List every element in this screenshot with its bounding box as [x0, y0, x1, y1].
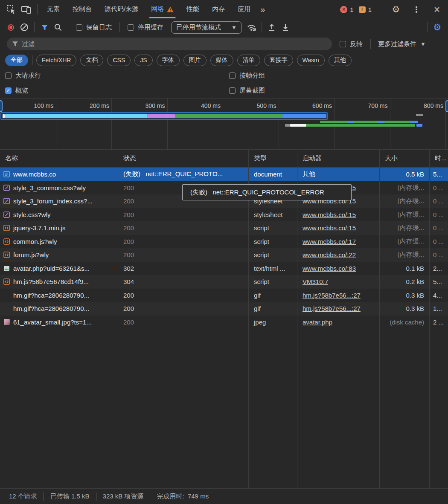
- network-settings-gear-icon[interactable]: ⚙: [431, 21, 444, 34]
- initiator-link[interactable]: hm.js?58b7e56...:27: [303, 305, 361, 312]
- device-toolbar-icon[interactable]: [19, 2, 34, 17]
- tab-elements[interactable]: 元素: [41, 0, 66, 18]
- timeline-gridline: [111, 98, 112, 149]
- more-tabs-icon[interactable]: »: [257, 5, 268, 14]
- type-cell: stylesheet: [249, 208, 297, 222]
- filter-input[interactable]: 过滤: [7, 38, 332, 50]
- status-cell: 200: [118, 316, 249, 329]
- filter-chip-all[interactable]: 全部: [5, 55, 28, 66]
- column-header-status[interactable]: 状态: [118, 150, 249, 167]
- network-statusbar: 12 个请求已传输 1.5 kB323 kB 项资源完成用时: 749 ms: [0, 488, 448, 504]
- inspect-element-icon[interactable]: [3, 2, 19, 17]
- invert-checkbox[interactable]: 反转: [340, 40, 363, 48]
- table-row[interactable]: www.mcbbs.co(失败) net::ERR_QUIC_PROTO...d…: [0, 168, 448, 181]
- initiator-link[interactable]: www.mcbbs.co/:15: [303, 224, 356, 232]
- record-button[interactable]: [4, 21, 17, 34]
- initiator-link[interactable]: hm.js?58b7e56...:27: [303, 292, 361, 299]
- filter-chip-doc[interactable]: 文档: [80, 55, 103, 66]
- more-filters-dropdown[interactable]: 更多过滤条件 ▼: [374, 40, 430, 48]
- big-request-rows-checkbox[interactable]: 大请求行: [5, 68, 229, 83]
- screenshots-checkbox[interactable]: 屏幕截图: [229, 83, 443, 98]
- filter-chip-js[interactable]: JS: [134, 55, 152, 66]
- table-row[interactable]: avatar.php?uid=63261&s...302text/html ..…: [0, 262, 448, 275]
- filter-chip-img[interactable]: 图片: [183, 55, 207, 66]
- throttling-dropdown[interactable]: 已停用节流模式 ▼: [171, 21, 242, 34]
- filter-chip-manifest[interactable]: 清单: [237, 55, 260, 66]
- column-header-initiator[interactable]: 启动器: [297, 150, 380, 167]
- initiator-link[interactable]: www.mcbbs.co/:83: [303, 265, 356, 272]
- overview-request-bar: [320, 121, 347, 123]
- disable-cache-label: 停用缓存: [138, 23, 163, 32]
- issue-badges: ✕ 1 ! 1 ⚙ ⋮ ×: [340, 2, 445, 17]
- filter-chip-fetch-xhr[interactable]: Fetch/XHR: [36, 55, 76, 66]
- table-row[interactable]: forum.js?wly200scriptwww.mcbbs.co/:22(内存…: [0, 248, 448, 262]
- table-row[interactable]: 61_avatar_small.jpg?ts=1...200jpegavatar…: [0, 316, 448, 329]
- overview-left-handle[interactable]: [0, 100, 3, 112]
- overview-request-bar: [175, 114, 282, 118]
- divider: [119, 22, 120, 32]
- table-row[interactable]: common.js?wly200scriptwww.mcbbs.co/:17(内…: [0, 235, 448, 249]
- group-by-frame-checkbox[interactable]: 按帧分组: [229, 68, 443, 83]
- script-icon: [3, 252, 10, 258]
- table-row[interactable]: style.css?wly200stylesheetwww.mcbbs.co/:…: [0, 208, 448, 222]
- tab-label: 网络: [151, 5, 164, 13]
- chip-label: 其他: [334, 56, 346, 64]
- preserve-log-checkbox[interactable]: 保留日志: [76, 23, 112, 32]
- warning-badge[interactable]: ! 1: [359, 6, 372, 13]
- timeline-tick-label: 200 ms: [90, 102, 111, 109]
- column-header-name[interactable]: 名称: [0, 150, 118, 167]
- settings-gear-icon[interactable]: ⚙: [388, 2, 404, 17]
- tab-performance[interactable]: 性能: [180, 0, 206, 18]
- overview-right-handle[interactable]: [445, 100, 448, 112]
- status-cell: 200: [118, 221, 249, 235]
- search-button[interactable]: [51, 21, 65, 34]
- table-row[interactable]: hm.gif?hca=2806280790...200gifhm.js?58b7…: [0, 289, 448, 302]
- initiator-link[interactable]: www.mcbbs.co/:15: [303, 211, 356, 218]
- chip-label: 全部: [11, 56, 23, 64]
- more-filters-label: 更多过滤条件: [378, 40, 416, 48]
- tab-network[interactable]: 网络: [145, 0, 180, 18]
- stylesheet-icon: [3, 198, 10, 204]
- clear-button[interactable]: [17, 21, 31, 34]
- initiator-link[interactable]: VM310:7: [303, 278, 328, 285]
- table-row[interactable]: hm.js?58b7e5678cd14f9...304scriptVM310:7…: [0, 275, 448, 289]
- tab-sources[interactable]: 源代码/来源: [98, 0, 145, 18]
- initiator-text: 其他: [303, 170, 315, 178]
- import-har-button[interactable]: [265, 21, 279, 34]
- overview-checkbox[interactable]: ✓ 概览: [5, 83, 229, 98]
- chip-label: 图片: [189, 56, 201, 64]
- tab-console[interactable]: 控制台: [66, 0, 98, 18]
- filter-toggle-button[interactable]: [38, 21, 51, 34]
- filter-chip-wasm[interactable]: Wasm: [297, 55, 325, 66]
- column-header-size[interactable]: 大小: [380, 150, 430, 167]
- tab-memory[interactable]: 内存: [206, 0, 231, 18]
- network-conditions-button[interactable]: [245, 21, 259, 34]
- time-cell: 0 ...: [430, 194, 448, 208]
- time-cell: 4...: [430, 289, 448, 302]
- checkbox-unchecked: [340, 41, 346, 47]
- column-header-type[interactable]: 类型: [249, 150, 297, 167]
- overview-track[interactable]: 100 ms200 ms300 ms400 ms500 ms600 ms700 …: [0, 98, 448, 150]
- request-name: 61_avatar_small.jpg?ts=1...: [13, 319, 92, 326]
- initiator-link[interactable]: www.mcbbs.co/:22: [303, 251, 356, 258]
- filter-chip-other[interactable]: 其他: [329, 55, 352, 66]
- tab-label: 应用: [238, 5, 250, 13]
- table-row[interactable]: hm.gif?hca=2806280790...200gifhm.js?58b7…: [0, 302, 448, 316]
- filter-chip-socket[interactable]: 套接字: [264, 55, 293, 66]
- filter-chip-css[interactable]: CSS: [107, 55, 131, 66]
- filter-chip-font[interactable]: 字体: [157, 55, 180, 66]
- filter-placeholder: 过滤: [22, 40, 35, 48]
- size-cell: (内存缓...: [380, 221, 430, 235]
- filter-funnel-icon: [41, 25, 48, 30]
- export-har-button[interactable]: [279, 21, 292, 34]
- more-options-icon[interactable]: ⋮: [409, 2, 424, 17]
- initiator-link[interactable]: avatar.php: [303, 319, 332, 326]
- error-badge[interactable]: ✕ 1: [340, 6, 353, 13]
- initiator-link[interactable]: www.mcbbs.co/:17: [303, 238, 356, 245]
- table-row[interactable]: jquery-3.7.1.min.js200scriptwww.mcbbs.co…: [0, 221, 448, 235]
- column-header-time[interactable]: 时...: [430, 150, 448, 167]
- disable-cache-checkbox[interactable]: 停用缓存: [128, 23, 163, 32]
- close-icon[interactable]: ×: [429, 2, 445, 17]
- filter-chip-media[interactable]: 媒体: [210, 55, 233, 66]
- tab-application[interactable]: 应用: [231, 0, 257, 18]
